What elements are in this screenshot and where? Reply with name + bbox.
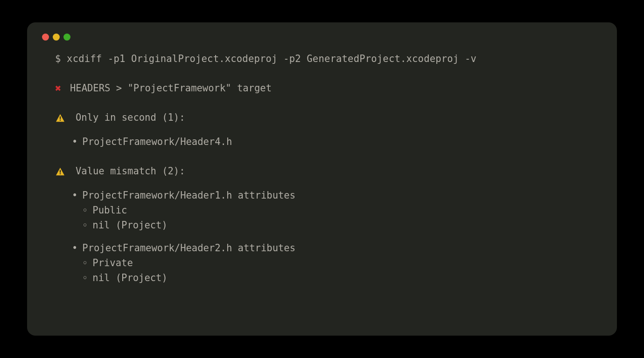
value-mismatch-label: Value mismatch (2): — [72, 164, 185, 179]
attribute-value: Public — [92, 203, 127, 218]
sub-list-item: nil (Project) — [55, 218, 598, 233]
svg-rect-2 — [60, 170, 61, 173]
list-item: ProjectFramework/Header2.h attributes — [55, 241, 598, 256]
value-mismatch-group: Value mismatch (2): ProjectFramework/Hea… — [55, 164, 598, 285]
section-header: ✖ HEADERS > "ProjectFramework" target — [55, 81, 598, 96]
svg-rect-0 — [60, 116, 61, 119]
value-mismatch-header: Value mismatch (2): — [55, 164, 598, 179]
mismatch-item: ProjectFramework/Header2.h attributes Pr… — [55, 241, 598, 285]
section-header-text: HEADERS > "ProjectFramework" target — [70, 81, 272, 96]
only-in-second-label: Only in second (1): — [72, 110, 185, 125]
mismatch-item: ProjectFramework/Header1.h attributes Pu… — [55, 188, 598, 233]
minimize-window-button[interactable] — [53, 34, 60, 41]
sub-list-item: Private — [55, 256, 598, 271]
list-item: ProjectFramework/Header4.h — [55, 135, 598, 150]
file-path: ProjectFramework/Header2.h attributes — [82, 241, 295, 256]
list-item: ProjectFramework/Header1.h attributes — [55, 188, 598, 203]
svg-rect-3 — [60, 173, 61, 174]
window-controls — [42, 34, 598, 41]
sub-list-item: Public — [55, 203, 598, 218]
svg-rect-1 — [60, 119, 61, 120]
sub-list-item: nil (Project) — [55, 271, 598, 286]
cross-icon: ✖ — [55, 81, 65, 96]
only-in-second-group: Only in second (1): ProjectFramework/Hea… — [55, 110, 598, 150]
file-path: ProjectFramework/Header1.h attributes — [82, 188, 295, 203]
warning-icon — [55, 113, 65, 123]
attribute-value: Private — [92, 256, 133, 271]
only-in-second-header: Only in second (1): — [55, 110, 598, 125]
warning-icon — [55, 167, 65, 176]
close-window-button[interactable] — [42, 34, 49, 41]
maximize-window-button[interactable] — [63, 34, 70, 41]
attribute-value: nil (Project) — [92, 218, 167, 233]
terminal-window: $ xcdiff -p1 OriginalProject.xcodeproj -… — [27, 22, 617, 336]
file-path: ProjectFramework/Header4.h — [82, 135, 232, 150]
attribute-value: nil (Project) — [92, 271, 167, 286]
terminal-content: $ xcdiff -p1 OriginalProject.xcodeproj -… — [46, 52, 598, 286]
command-line: $ xcdiff -p1 OriginalProject.xcodeproj -… — [55, 52, 598, 67]
